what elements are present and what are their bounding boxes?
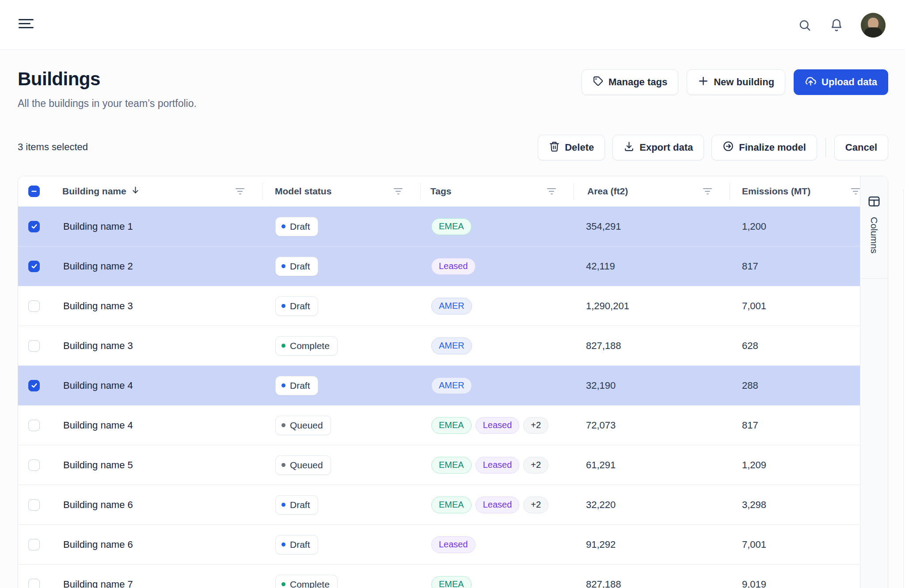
building-name-cell: Building name 7 — [62, 579, 262, 588]
arrow-right-circle-icon — [722, 140, 734, 155]
tags-cell: EMEA — [420, 218, 574, 235]
table-row[interactable]: Building name 4 Draft AMER 32,190 288 — [18, 366, 888, 406]
status-dot — [281, 383, 285, 387]
status-badge: Complete — [275, 575, 338, 588]
tag-badge: AMER — [431, 377, 472, 394]
manage-tags-button[interactable]: Manage tags — [582, 69, 678, 95]
download-icon — [624, 141, 635, 155]
status-badge: Complete — [275, 336, 338, 356]
filter-icon[interactable] — [703, 188, 712, 194]
building-name-cell: Building name 6 — [62, 539, 262, 550]
area-header-label: Area (ft2) — [587, 186, 628, 197]
row-checkbox[interactable] — [28, 459, 40, 471]
finalize-model-label: Finalize model — [739, 142, 806, 153]
column-header-building-name[interactable]: Building name — [62, 176, 262, 206]
select-all-checkbox[interactable] — [28, 186, 40, 197]
columns-toggle-tab[interactable]: Columns — [860, 176, 888, 279]
column-header-model-status[interactable]: Model status — [262, 176, 420, 206]
export-data-button[interactable]: Export data — [612, 135, 704, 160]
table-row[interactable]: Building name 6 Draft EMEALeased+2 32,22… — [18, 485, 888, 525]
status-label: Draft — [290, 500, 310, 510]
delete-button[interactable]: Delete — [538, 135, 605, 160]
user-avatar[interactable] — [861, 13, 886, 38]
status-dot — [281, 264, 285, 268]
filter-icon[interactable] — [547, 188, 556, 194]
table-row[interactable]: Building name 3 Complete AMER 827,188 62… — [18, 326, 888, 366]
cancel-label: Cancel — [845, 142, 877, 153]
status-dot — [281, 503, 285, 507]
area-cell: 354,291 — [574, 221, 730, 232]
table-row[interactable]: Building name 4 Queued EMEALeased+2 72,0… — [18, 406, 888, 445]
status-label: Draft — [290, 380, 310, 391]
status-dot — [281, 344, 285, 348]
row-checkbox[interactable] — [28, 539, 40, 550]
status-label: Queued — [290, 460, 323, 470]
table-row[interactable]: Building name 3 Draft AMER 1,290,201 7,0… — [18, 286, 888, 326]
row-checkbox-cell — [18, 300, 62, 312]
table-row[interactable]: Building name 6 Draft Leased 91,292 7,00… — [18, 525, 888, 565]
tags-header-label: Tags — [430, 186, 451, 197]
model-status-cell: Draft — [262, 376, 420, 395]
model-status-cell: Queued — [262, 416, 420, 435]
column-header-tags[interactable]: Tags — [420, 176, 574, 206]
model-status-cell: Queued — [262, 455, 420, 475]
area-cell: 61,291 — [574, 459, 730, 471]
finalize-model-button[interactable]: Finalize model — [711, 135, 817, 160]
upload-data-button[interactable]: Upload data — [794, 69, 888, 95]
building-name-cell: Building name 5 — [62, 459, 262, 471]
status-dot — [281, 463, 285, 467]
tag-badge: Leased — [431, 536, 475, 553]
row-checkbox[interactable] — [28, 221, 40, 232]
cancel-button[interactable]: Cancel — [834, 135, 888, 160]
columns-side-panel: Columns — [860, 176, 888, 588]
table-row[interactable]: Building name 5 Queued EMEALeased+2 61,2… — [18, 445, 888, 485]
tag-badge: +2 — [523, 497, 548, 513]
header-checkbox-cell — [18, 176, 62, 206]
building-name-cell: Building name 6 — [62, 499, 262, 511]
tag-badge: EMEA — [431, 576, 472, 588]
tag-badge: EMEA — [431, 417, 472, 434]
status-label: Complete — [290, 341, 330, 351]
tags-cell: EMEALeased+2 — [420, 497, 574, 513]
row-checkbox[interactable] — [28, 340, 40, 352]
row-checkbox-cell — [18, 539, 62, 550]
search-icon[interactable] — [797, 18, 812, 33]
right-drawer-edge — [903, 189, 905, 588]
filter-icon[interactable] — [236, 188, 244, 194]
row-checkbox-cell — [18, 579, 62, 588]
area-cell: 32,220 — [574, 499, 730, 511]
status-badge: Draft — [275, 257, 318, 276]
column-header-emissions[interactable]: Emissions (MT) — [730, 176, 861, 206]
status-label: Draft — [290, 539, 310, 550]
status-label: Queued — [290, 420, 323, 431]
status-dot — [281, 582, 285, 586]
tags-cell: EMEA — [420, 576, 574, 588]
new-building-button[interactable]: New building — [687, 69, 785, 95]
status-dot — [281, 304, 285, 308]
tags-cell: EMEALeased+2 — [420, 457, 574, 474]
tag-badge: AMER — [431, 338, 472, 354]
table-row[interactable]: Building name 7 Complete EMEA 827,188 9,… — [18, 565, 888, 588]
row-checkbox[interactable] — [28, 261, 40, 272]
buildings-table: Building name Model status Tags — [18, 176, 888, 588]
table-row[interactable]: Building name 2 Draft Leased 42,119 817 — [18, 247, 888, 286]
row-checkbox[interactable] — [28, 420, 40, 431]
table-row[interactable]: Building name 1 Draft EMEA 354,291 1,200 — [18, 207, 888, 247]
status-badge: Draft — [275, 296, 318, 316]
columns-table-icon — [867, 195, 881, 210]
status-label: Draft — [290, 301, 310, 311]
status-badge: Queued — [275, 416, 331, 435]
filter-icon[interactable] — [394, 188, 403, 194]
row-checkbox[interactable] — [28, 579, 40, 588]
row-checkbox-cell — [18, 340, 62, 352]
notifications-bell-icon[interactable] — [829, 18, 844, 33]
menu-icon[interactable] — [19, 18, 34, 32]
filter-icon[interactable] — [851, 188, 860, 194]
row-checkbox[interactable] — [28, 380, 40, 391]
row-checkbox[interactable] — [28, 499, 40, 511]
row-checkbox-cell — [18, 380, 62, 391]
row-checkbox[interactable] — [28, 300, 40, 312]
column-header-area[interactable]: Area (ft2) — [574, 176, 730, 206]
tags-cell: AMER — [420, 298, 574, 315]
building-name-cell: Building name 3 — [62, 340, 262, 352]
